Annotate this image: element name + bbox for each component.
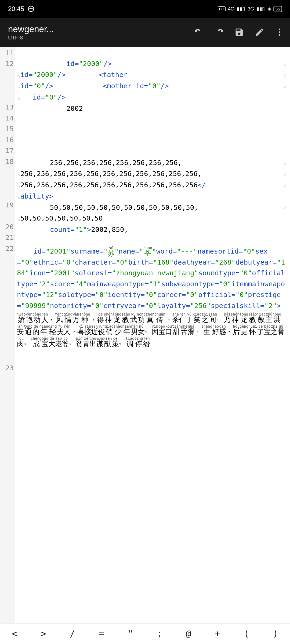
symbol-keyboard: <>/=":@+()	[0, 623, 290, 644]
signal-icon-2: ▮▮▯	[256, 6, 265, 12]
redo-icon[interactable]	[214, 27, 224, 37]
status-time: 20:45	[8, 5, 24, 13]
encoding-label: UTF-8	[8, 34, 194, 41]
browser-icon	[27, 5, 35, 13]
line-gutter: 1112 131415161718 19 202122 23	[0, 47, 15, 623]
key-)[interactable]: )	[268, 626, 283, 641]
undo-icon[interactable]	[194, 27, 204, 37]
signal-icon-1: ▮▮▯	[237, 6, 245, 12]
toolbar: newgener... UTF-8	[0, 18, 290, 47]
key->[interactable]: >	[36, 626, 51, 641]
battery-indicator: 35	[273, 6, 282, 12]
save-icon[interactable]	[234, 27, 244, 37]
code-content[interactable]: id="2000"/>↙↘id="2000"/> <father ↙↘id="0…	[15, 47, 290, 623]
status-bar: 20:45 HD 4G ▮▮▯ 3G ▮▮▯ ◈ 35	[0, 0, 290, 18]
key-:[interactable]: :	[152, 626, 167, 641]
key-"[interactable]: "	[123, 626, 138, 641]
key-/[interactable]: /	[65, 626, 80, 641]
edit-icon[interactable]	[255, 27, 264, 37]
net1-indicator: 4G	[228, 6, 234, 12]
hd-indicator: HD	[218, 6, 226, 11]
key-+[interactable]: +	[210, 626, 225, 641]
svg-point-5	[279, 34, 280, 36]
svg-point-4	[279, 31, 280, 33]
key-@[interactable]: @	[181, 626, 196, 641]
svg-point-3	[279, 29, 280, 30]
key-=[interactable]: =	[94, 626, 109, 641]
key-<[interactable]: <	[7, 626, 22, 641]
file-title[interactable]: newgener...	[8, 24, 194, 34]
net2-indicator: 3G	[248, 6, 254, 12]
key-([interactable]: (	[239, 626, 254, 641]
wifi-icon: ◈	[267, 6, 271, 12]
code-editor[interactable]: 1112 131415161718 19 202122 23 id="2000"…	[0, 47, 290, 623]
more-icon[interactable]	[275, 27, 284, 37]
